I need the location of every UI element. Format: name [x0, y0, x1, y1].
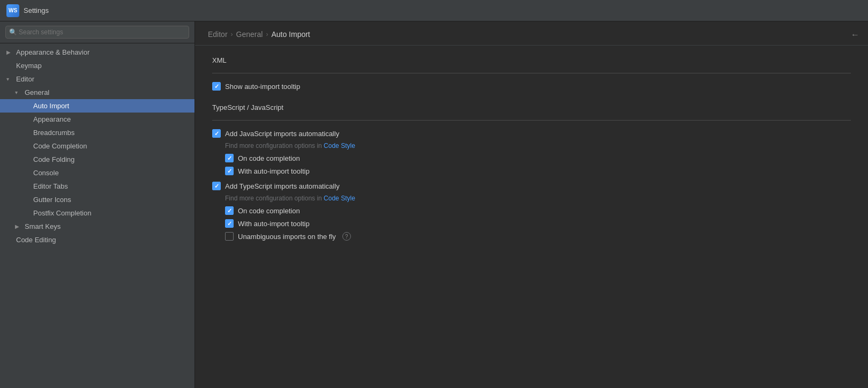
ts-code-style-link[interactable]: Code Style	[324, 195, 355, 202]
chevron-icon-appearance-behavior: ▶	[6, 49, 13, 55]
option-js-on-code-completion: ✓ On code completion	[212, 154, 851, 162]
sidebar-item-label-appearance: Appearance	[33, 115, 71, 123]
sidebar-item-auto-import[interactable]: Auto Import	[0, 99, 194, 113]
sidebar-item-label-breadcrumbs: Breadcrumbs	[33, 129, 74, 137]
sidebar-item-general[interactable]: ▾General	[0, 86, 194, 99]
checkbox-add-ts-imports[interactable]: ✓	[212, 182, 221, 190]
sidebar-item-label-code-editing: Code Editing	[16, 236, 56, 244]
xml-section-header: XML	[212, 56, 851, 66]
checkbox-ts-on-code-completion[interactable]: ✓	[225, 206, 234, 215]
check-mark: ✓	[227, 207, 232, 214]
sidebar-item-editor-tabs[interactable]: Editor Tabs	[0, 180, 194, 193]
label-show-auto-import-tooltip: Show auto-import tooltip	[225, 83, 300, 91]
xml-section: XML ✓ Show auto-import tooltip	[212, 56, 851, 91]
option-show-auto-import-tooltip: ✓ Show auto-import tooltip	[212, 82, 851, 91]
sidebar-item-code-editing[interactable]: Code Editing	[0, 233, 194, 247]
check-mark: ✓	[214, 183, 219, 190]
sidebar-item-code-folding[interactable]: Code Folding	[0, 153, 194, 166]
check-mark: ✓	[227, 220, 232, 227]
option-ts-on-code-completion: ✓ On code completion	[212, 206, 851, 215]
label-ts-on-code-completion: On code completion	[238, 207, 300, 215]
label-add-ts-imports: Add TypeScript imports automatically	[225, 182, 340, 190]
sidebar-item-label-appearance-behavior: Appearance & Behavior	[16, 48, 89, 56]
js-hint-text: Find more configuration options in Code …	[212, 142, 851, 150]
sidebar-item-label-keymap: Keymap	[16, 62, 42, 70]
sidebar-item-label-editor-tabs: Editor Tabs	[33, 182, 68, 190]
search-icon: 🔍	[9, 28, 17, 36]
sidebar-item-label-code-folding: Code Folding	[33, 155, 74, 163]
sidebar-item-label-auto-import: Auto Import	[33, 102, 69, 110]
ts-js-section-header: TypeScript / JavaScript	[212, 103, 851, 114]
sidebar-item-appearance-behavior[interactable]: ▶Appearance & Behavior	[0, 46, 194, 59]
ts-hint-text: Find more configuration options in Code …	[212, 195, 851, 202]
option-ts-unambiguous: Unambiguous imports on the fly ?	[212, 232, 851, 241]
ts-js-divider	[212, 120, 851, 121]
sidebar-item-label-postfix-completion: Postfix Completion	[33, 209, 91, 217]
option-js-with-tooltip: ✓ With auto-import tooltip	[212, 167, 851, 175]
breadcrumb-sep-1: ›	[231, 31, 233, 38]
checkbox-show-auto-import-tooltip[interactable]: ✓	[212, 82, 221, 91]
option-add-js-imports: ✓ Add JavaScript imports automatically	[212, 129, 851, 138]
sidebar-item-label-gutter-icons: Gutter Icons	[33, 196, 71, 204]
breadcrumb-general: General	[236, 30, 263, 39]
search-input[interactable]	[5, 26, 189, 39]
breadcrumb-current: Auto Import	[271, 30, 310, 39]
sidebar-item-editor[interactable]: ▾Editor	[0, 72, 194, 86]
ts-js-section: TypeScript / JavaScript ✓ Add JavaScript…	[212, 103, 851, 241]
chevron-icon-editor: ▾	[6, 76, 13, 82]
check-mark: ✓	[214, 83, 219, 90]
breadcrumb: Editor › General › Auto Import	[195, 21, 868, 46]
breadcrumb-sep-2: ›	[266, 31, 268, 38]
chevron-icon-smart-keys: ▶	[15, 223, 21, 229]
search-box: 🔍	[0, 21, 194, 43]
sidebar-item-keymap[interactable]: Keymap	[0, 59, 194, 72]
help-icon[interactable]: ?	[342, 232, 351, 241]
sidebar-item-label-console: Console	[33, 169, 59, 177]
breadcrumb-editor: Editor	[208, 30, 228, 39]
main-layout: 🔍 ▶Appearance & BehaviorKeymap▾Editor▾Ge…	[0, 21, 868, 388]
check-mark: ✓	[214, 130, 219, 137]
label-js-on-code-completion: On code completion	[238, 154, 300, 162]
sidebar: 🔍 ▶Appearance & BehaviorKeymap▾Editor▾Ge…	[0, 21, 195, 388]
label-ts-unambiguous: Unambiguous imports on the fly	[238, 233, 336, 241]
search-wrapper: 🔍	[5, 26, 189, 39]
check-mark: ✓	[227, 155, 232, 162]
checkbox-ts-unambiguous[interactable]	[225, 232, 234, 241]
checkbox-ts-with-tooltip[interactable]: ✓	[225, 219, 234, 228]
chevron-icon-general: ▾	[15, 89, 21, 95]
sidebar-item-code-completion[interactable]: Code Completion	[0, 139, 194, 153]
sidebar-item-label-general: General	[25, 88, 49, 96]
content-scroll: XML ✓ Show auto-import tooltip TypeScrip…	[195, 46, 868, 388]
sidebar-item-label-editor: Editor	[16, 75, 34, 83]
sidebar-item-gutter-icons[interactable]: Gutter Icons	[0, 193, 194, 206]
checkbox-add-js-imports[interactable]: ✓	[212, 129, 221, 138]
nav-items: ▶Appearance & BehaviorKeymap▾Editor▾Gene…	[0, 43, 194, 388]
sidebar-item-label-smart-keys: Smart Keys	[25, 222, 61, 230]
sidebar-item-breadcrumbs[interactable]: Breadcrumbs	[0, 126, 194, 139]
back-button[interactable]: ←	[851, 30, 859, 40]
app-icon: WS	[6, 4, 19, 17]
sidebar-item-postfix-completion[interactable]: Postfix Completion	[0, 206, 194, 220]
label-add-js-imports: Add JavaScript imports automatically	[225, 130, 339, 138]
label-js-with-tooltip: With auto-import tooltip	[238, 167, 310, 175]
check-mark: ✓	[227, 168, 232, 175]
xml-divider	[212, 73, 851, 73]
checkbox-js-on-code-completion[interactable]: ✓	[225, 154, 234, 162]
option-ts-with-tooltip: ✓ With auto-import tooltip	[212, 219, 851, 228]
sidebar-item-smart-keys[interactable]: ▶Smart Keys	[0, 220, 194, 233]
checkbox-js-with-tooltip[interactable]: ✓	[225, 167, 234, 175]
label-ts-with-tooltip: With auto-import tooltip	[238, 220, 310, 228]
content-area: Editor › General › Auto Import ← XML ✓ S…	[195, 21, 868, 388]
option-add-ts-imports: ✓ Add TypeScript imports automatically	[212, 182, 851, 190]
js-code-style-link[interactable]: Code Style	[324, 142, 355, 150]
sidebar-item-appearance[interactable]: Appearance	[0, 113, 194, 126]
titlebar: WS Settings	[0, 0, 868, 21]
sidebar-item-console[interactable]: Console	[0, 166, 194, 180]
sidebar-item-label-code-completion: Code Completion	[33, 142, 87, 150]
window-title: Settings	[24, 6, 49, 14]
